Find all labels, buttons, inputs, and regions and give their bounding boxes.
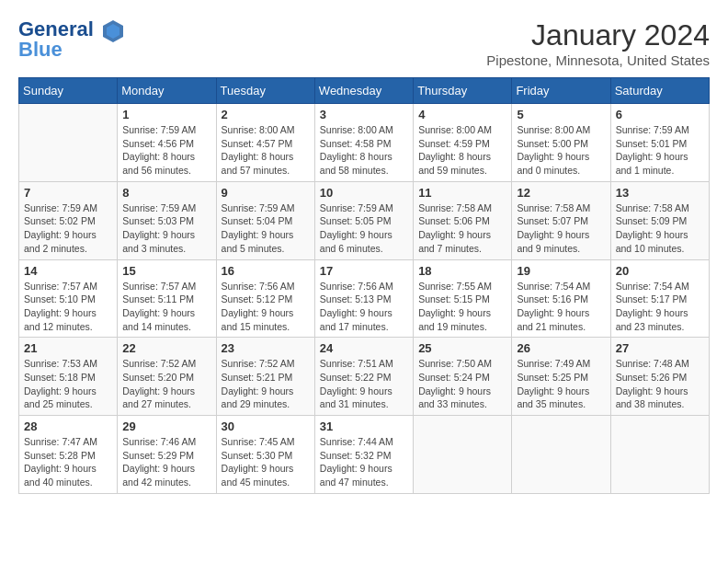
day-info: Sunrise: 7:49 AMSunset: 5:25 PMDaylight:… [517,357,605,411]
day-info: Sunrise: 7:46 AMSunset: 5:29 PMDaylight:… [122,435,210,489]
day-number: 1 [122,108,210,121]
day-number: 11 [418,186,506,200]
col-saturday: Saturday [610,78,709,104]
table-row: 12Sunrise: 7:58 AMSunset: 5:07 PMDayligh… [512,181,610,259]
day-number: 21 [24,341,112,355]
day-info: Sunrise: 7:55 AMSunset: 5:15 PMDaylight:… [418,280,506,334]
day-info: Sunrise: 7:50 AMSunset: 5:24 PMDaylight:… [418,357,506,411]
title-area: January 2024 Pipestone, Minnesota, Unite… [486,18,710,68]
day-info: Sunrise: 7:51 AMSunset: 5:22 PMDaylight:… [320,357,408,411]
day-number: 2 [222,108,310,121]
table-row [512,416,610,494]
table-row: 26Sunrise: 7:49 AMSunset: 5:25 PMDayligh… [512,338,610,416]
logo-icon [101,18,125,42]
day-number: 8 [122,186,210,200]
day-info: Sunrise: 7:59 AMSunset: 5:01 PMDaylight:… [616,123,704,178]
table-row: 7Sunrise: 7:59 AMSunset: 5:02 PMDaylight… [19,181,118,259]
day-info: Sunrise: 7:47 AMSunset: 5:28 PMDaylight:… [24,435,112,489]
day-info: Sunrise: 7:58 AMSunset: 5:07 PMDaylight:… [517,201,605,256]
page-header: General Blue January 2024 Pipestone, Min… [18,18,710,68]
table-row: 23Sunrise: 7:52 AMSunset: 5:21 PMDayligh… [216,338,314,416]
day-info: Sunrise: 7:59 AMSunset: 5:02 PMDaylight:… [24,201,112,256]
day-number: 25 [418,341,506,355]
table-row: 31Sunrise: 7:44 AMSunset: 5:32 PMDayligh… [314,416,413,494]
day-number: 17 [320,264,408,278]
day-number: 23 [222,341,310,355]
table-row: 6Sunrise: 7:59 AMSunset: 5:01 PMDaylight… [610,104,709,182]
day-number: 20 [616,264,704,278]
calendar-header-row: Sunday Monday Tuesday Wednesday Thursday… [19,78,710,104]
day-info: Sunrise: 7:54 AMSunset: 5:17 PMDaylight:… [616,280,704,334]
day-number: 15 [122,264,210,278]
day-number: 14 [24,264,112,278]
table-row: 24Sunrise: 7:51 AMSunset: 5:22 PMDayligh… [314,338,413,416]
day-info: Sunrise: 8:00 AMSunset: 4:59 PMDaylight:… [418,123,506,178]
day-number: 10 [320,186,408,200]
day-number: 6 [616,108,704,121]
table-row: 4Sunrise: 8:00 AMSunset: 4:59 PMDaylight… [414,104,512,182]
col-thursday: Thursday [414,78,512,104]
day-number: 26 [517,341,605,355]
table-row: 2Sunrise: 8:00 AMSunset: 4:57 PMDaylight… [216,104,314,182]
calendar-week-2: 7Sunrise: 7:59 AMSunset: 5:02 PMDaylight… [19,181,710,259]
table-row: 25Sunrise: 7:50 AMSunset: 5:24 PMDayligh… [414,338,512,416]
table-row: 11Sunrise: 7:58 AMSunset: 5:06 PMDayligh… [414,181,512,259]
col-sunday: Sunday [19,78,118,104]
day-info: Sunrise: 7:58 AMSunset: 5:09 PMDaylight:… [616,201,704,256]
day-number: 29 [122,419,210,433]
table-row: 19Sunrise: 7:54 AMSunset: 5:16 PMDayligh… [512,259,610,338]
day-info: Sunrise: 7:59 AMSunset: 4:56 PMDaylight:… [122,123,210,178]
table-row: 13Sunrise: 7:58 AMSunset: 5:09 PMDayligh… [610,181,709,259]
calendar-week-4: 21Sunrise: 7:53 AMSunset: 5:18 PMDayligh… [19,338,710,416]
day-number: 19 [517,264,605,278]
day-info: Sunrise: 7:58 AMSunset: 5:06 PMDaylight:… [418,201,506,256]
month-year-title: January 2024 [486,18,710,52]
day-number: 5 [517,108,605,121]
calendar-table: Sunday Monday Tuesday Wednesday Thursday… [18,77,710,494]
col-tuesday: Tuesday [216,78,314,104]
calendar-week-3: 14Sunrise: 7:57 AMSunset: 5:10 PMDayligh… [19,259,710,338]
day-info: Sunrise: 7:45 AMSunset: 5:30 PMDaylight:… [222,435,310,489]
day-number: 4 [418,108,506,121]
table-row: 9Sunrise: 7:59 AMSunset: 5:04 PMDaylight… [216,181,314,259]
day-number: 16 [222,264,310,278]
table-row: 30Sunrise: 7:45 AMSunset: 5:30 PMDayligh… [216,416,314,494]
day-info: Sunrise: 7:44 AMSunset: 5:32 PMDaylight:… [320,435,408,489]
table-row: 29Sunrise: 7:46 AMSunset: 5:29 PMDayligh… [118,416,216,494]
table-row: 16Sunrise: 7:56 AMSunset: 5:12 PMDayligh… [216,259,314,338]
day-number: 31 [320,419,408,433]
day-number: 9 [222,186,310,200]
calendar-week-1: 1Sunrise: 7:59 AMSunset: 4:56 PMDaylight… [19,104,710,182]
col-monday: Monday [118,78,216,104]
table-row: 17Sunrise: 7:56 AMSunset: 5:13 PMDayligh… [314,259,413,338]
day-info: Sunrise: 7:59 AMSunset: 5:04 PMDaylight:… [222,201,310,256]
day-number: 24 [320,341,408,355]
table-row: 1Sunrise: 7:59 AMSunset: 4:56 PMDaylight… [118,104,216,182]
table-row: 10Sunrise: 7:59 AMSunset: 5:05 PMDayligh… [314,181,413,259]
day-number: 28 [24,419,112,433]
day-info: Sunrise: 8:00 AMSunset: 4:58 PMDaylight:… [320,123,408,178]
table-row [19,104,118,182]
day-info: Sunrise: 7:59 AMSunset: 5:05 PMDaylight:… [320,201,408,256]
day-info: Sunrise: 7:56 AMSunset: 5:13 PMDaylight:… [320,280,408,334]
table-row: 15Sunrise: 7:57 AMSunset: 5:11 PMDayligh… [118,259,216,338]
day-number: 3 [320,108,408,121]
day-number: 7 [24,186,112,200]
col-friday: Friday [512,78,610,104]
table-row [414,416,512,494]
table-row [610,416,709,494]
day-info: Sunrise: 7:56 AMSunset: 5:12 PMDaylight:… [222,280,310,334]
table-row: 18Sunrise: 7:55 AMSunset: 5:15 PMDayligh… [414,259,512,338]
day-number: 30 [222,419,310,433]
day-info: Sunrise: 8:00 AMSunset: 5:00 PMDaylight:… [517,123,605,178]
table-row: 27Sunrise: 7:48 AMSunset: 5:26 PMDayligh… [610,338,709,416]
table-row: 3Sunrise: 8:00 AMSunset: 4:58 PMDaylight… [314,104,413,182]
day-info: Sunrise: 7:57 AMSunset: 5:11 PMDaylight:… [122,280,210,334]
day-info: Sunrise: 7:54 AMSunset: 5:16 PMDaylight:… [517,280,605,334]
table-row: 21Sunrise: 7:53 AMSunset: 5:18 PMDayligh… [19,338,118,416]
day-info: Sunrise: 7:53 AMSunset: 5:18 PMDaylight:… [24,357,112,411]
table-row: 22Sunrise: 7:52 AMSunset: 5:20 PMDayligh… [118,338,216,416]
day-info: Sunrise: 7:57 AMSunset: 5:10 PMDaylight:… [24,280,112,334]
table-row: 8Sunrise: 7:59 AMSunset: 5:03 PMDaylight… [118,181,216,259]
day-info: Sunrise: 7:48 AMSunset: 5:26 PMDaylight:… [616,357,704,411]
